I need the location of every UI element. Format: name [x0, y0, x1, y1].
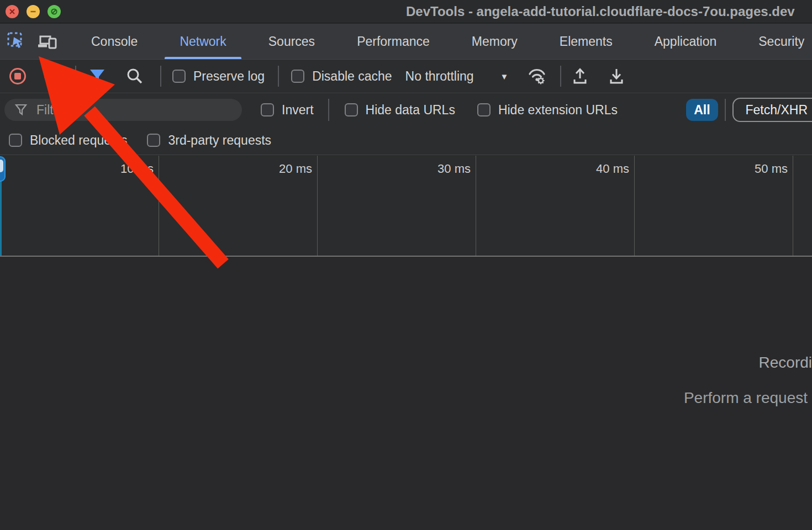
- export-har-icon[interactable]: [604, 64, 629, 88]
- recording-status-text: Recordi: [759, 354, 812, 372]
- funnel-outline-icon: [14, 103, 28, 116]
- network-toolbar: Preserve log Disable cache No throttling…: [0, 60, 812, 93]
- blocked-requests-label: Blocked requests: [30, 133, 127, 148]
- invert-label: Invert: [282, 103, 314, 118]
- hide-extension-urls-label: Hide extension URLs: [498, 103, 618, 118]
- clear-icon[interactable]: [40, 64, 64, 88]
- timeline-divider: [159, 156, 159, 256]
- disable-cache-checkbox[interactable]: [291, 70, 304, 83]
- third-party-requests-label: 3rd-party requests: [168, 133, 271, 148]
- toolbar-separator: [725, 99, 726, 121]
- timeline-drag-handle[interactable]: [0, 156, 6, 182]
- invert-checkbox[interactable]: [261, 103, 274, 116]
- timeline-tick-40ms: 40 ms: [596, 162, 629, 176]
- toolbar-separator: [278, 66, 279, 87]
- network-conditions-icon[interactable]: [525, 64, 549, 88]
- tab-network[interactable]: Network: [160, 24, 245, 59]
- record-button[interactable]: [6, 64, 30, 88]
- filter-funnel-icon[interactable]: [85, 64, 109, 88]
- toolbar-separator: [328, 99, 329, 121]
- window-title: DevTools - angela-add-tutorial.cloudflar…: [406, 4, 795, 19]
- timeline-selection-edge: [0, 181, 2, 256]
- tab-performance[interactable]: Performance: [338, 24, 449, 59]
- timeline-tick-20ms: 20 ms: [279, 162, 312, 176]
- filter-placeholder: Filter: [36, 103, 65, 118]
- timeline-tick-30ms: 30 ms: [437, 162, 471, 176]
- hide-data-urls-checkbox[interactable]: [345, 103, 358, 116]
- chevron-down-icon: ▼: [500, 72, 509, 81]
- tab-sources[interactable]: Sources: [249, 24, 334, 59]
- filter-input[interactable]: Filter: [4, 99, 242, 121]
- timeline-divider: [634, 156, 635, 256]
- network-overview-timeline[interactable]: 10 ms 20 ms 30 ms 40 ms 50 ms: [0, 156, 812, 257]
- throttling-select[interactable]: No throttling ▼: [405, 69, 509, 84]
- inspect-element-icon[interactable]: [7, 29, 27, 54]
- filter-all-button[interactable]: All: [686, 99, 718, 121]
- toolbar-separator: [560, 66, 561, 87]
- tab-security[interactable]: Security: [739, 24, 812, 59]
- blocked-requests-checkbox[interactable]: [9, 134, 22, 147]
- timeline-tick-10ms: 10 ms: [120, 162, 154, 176]
- filter-all-label: All: [694, 103, 710, 118]
- devtools-tabbar: Console Network Sources Performance Memo…: [0, 24, 812, 60]
- tab-elements[interactable]: Elements: [540, 24, 632, 59]
- titlebar: DevTools - angela-add-tutorial.cloudflar…: [0, 0, 812, 23]
- filter-fetch-xhr-button[interactable]: Fetch/XHR: [732, 98, 812, 122]
- tab-memory[interactable]: Memory: [452, 24, 537, 59]
- timeline-divider: [793, 156, 793, 256]
- device-toolbar-icon[interactable]: [36, 29, 57, 54]
- search-icon[interactable]: [123, 64, 147, 88]
- toolbar-separator: [160, 66, 161, 87]
- requests-panel-empty: Recordi Perform a request: [0, 258, 812, 530]
- minimize-icon[interactable]: [27, 5, 40, 18]
- timeline-divider: [476, 156, 476, 256]
- devtools-window: DevTools - angela-add-tutorial.cloudflar…: [0, 0, 812, 530]
- disable-cache-label: Disable cache: [312, 69, 392, 84]
- hide-extension-urls-checkbox[interactable]: [477, 103, 491, 116]
- traffic-lights: [6, 5, 61, 18]
- timeline-divider: [317, 156, 318, 256]
- timeline-tick-50ms: 50 ms: [755, 162, 788, 176]
- zoom-icon[interactable]: [48, 5, 61, 18]
- filter-fetch-xhr-label: Fetch/XHR: [746, 103, 808, 118]
- hide-data-urls-label: Hide data URLs: [366, 103, 455, 118]
- tab-console[interactable]: Console: [72, 24, 157, 59]
- preserve-log-checkbox[interactable]: [172, 70, 186, 83]
- import-har-icon[interactable]: [568, 64, 592, 88]
- third-party-requests-checkbox[interactable]: [147, 134, 160, 147]
- tab-application[interactable]: Application: [635, 24, 736, 59]
- timeline-drag-handle-grip: [0, 160, 3, 172]
- panel-tabs: Console Network Sources Performance Memo…: [72, 24, 812, 59]
- filter-row: Filter Invert Hide data URLs Hide extens…: [0, 94, 812, 126]
- close-icon[interactable]: [6, 5, 19, 18]
- throttling-value: No throttling: [405, 69, 474, 84]
- filter-row-2: Blocked requests 3rd-party requests: [0, 126, 812, 155]
- toolbar-separator: [75, 66, 76, 87]
- perform-request-hint-text: Perform a request: [684, 389, 808, 407]
- preserve-log-label: Preserve log: [193, 69, 265, 84]
